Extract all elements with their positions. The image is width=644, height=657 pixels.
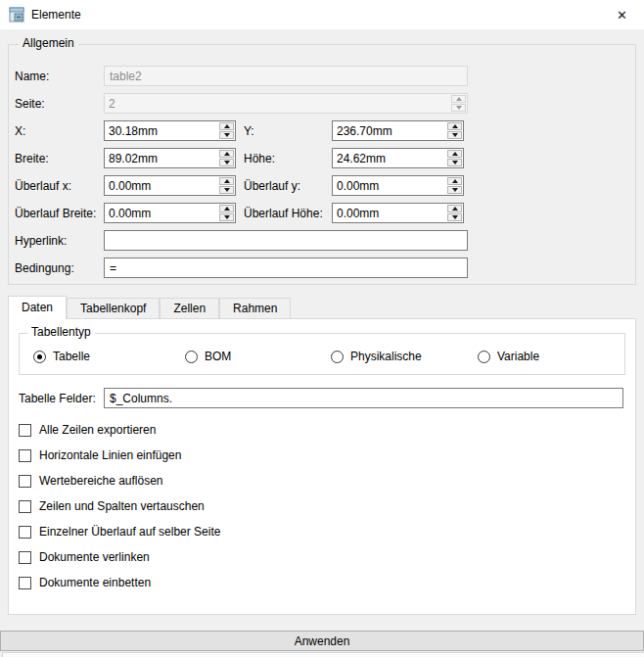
y-input[interactable]: [333, 121, 446, 140]
radio-variable[interactable]: Variable: [478, 350, 539, 363]
tabellentyp-options: Tabelle BOM Physikalische Variable: [33, 350, 624, 363]
x-label: X:: [15, 124, 104, 138]
spin-down-icon[interactable]: [219, 186, 234, 194]
spin-up-icon[interactable]: [219, 205, 234, 212]
spin-down-icon[interactable]: [219, 213, 234, 221]
hoehe-spinner: [332, 148, 464, 168]
spin-down-icon[interactable]: [447, 213, 462, 221]
breite-spinner: [104, 148, 236, 168]
tab-zellen[interactable]: Zellen: [160, 298, 219, 318]
spin-up-icon: [451, 95, 466, 103]
name-row: Name:: [15, 66, 635, 86]
ueberlauf-y-spinner: [332, 175, 464, 196]
ueberlauf-breite-input[interactable]: [105, 204, 218, 222]
breite-label: Breite:: [15, 152, 104, 165]
spin-up-icon[interactable]: [219, 177, 234, 185]
ueberlauf-x-label: Überlauf x:: [15, 179, 104, 193]
radio-icon[interactable]: [185, 351, 198, 363]
hoehe-input[interactable]: [333, 149, 446, 167]
bedingung-label: Bedingung:: [15, 261, 104, 275]
tab-rahmen[interactable]: Rahmen: [219, 298, 291, 318]
seite-spinner: [104, 93, 468, 114]
seite-input: [105, 94, 450, 113]
seite-row: Seite:: [15, 93, 635, 114]
checkbox-icon[interactable]: [19, 577, 31, 589]
spin-up-icon[interactable]: [447, 150, 462, 158]
ueberlauf-y-input[interactable]: [333, 176, 446, 195]
radio-bom[interactable]: BOM: [185, 350, 331, 363]
checkbox-dokumente-verlinken[interactable]: Dokumente verlinken: [19, 544, 635, 570]
x-input[interactable]: [105, 121, 218, 140]
checkbox-icon[interactable]: [19, 551, 31, 564]
name-input: [104, 66, 468, 86]
tabelle-felder-label: Tabelle Felder:: [19, 392, 104, 405]
tabbar: Daten Tabellenkopf Zellen Rahmen: [8, 296, 636, 318]
checkbox-zeilen-spalten-vertauschen[interactable]: Zeilen und Spalten vertauschen: [19, 493, 635, 519]
ueberlauf-breite-spinner: [104, 203, 236, 223]
spin-up-icon[interactable]: [219, 122, 234, 130]
hyperlink-input[interactable]: [104, 230, 468, 251]
ueberlauf-hoehe-label: Überlauf Höhe:: [236, 207, 332, 220]
size-row: Breite: Höhe:: [15, 148, 635, 168]
checkbox-icon[interactable]: [19, 424, 31, 437]
allgemein-legend: Allgemein: [19, 36, 78, 50]
ueberlauf-xy-row: Überlauf x: Überlauf y:: [15, 175, 635, 196]
checkbox-label: Horizontale Linien einfügen: [39, 448, 181, 462]
breite-input[interactable]: [105, 149, 218, 167]
bottom-panel-edge: [2, 652, 644, 657]
tabelle-felder-input[interactable]: [104, 388, 623, 408]
seite-label: Seite:: [15, 97, 104, 111]
spin-down-icon[interactable]: [447, 159, 462, 166]
tab-daten[interactable]: Daten: [8, 296, 67, 319]
ueberlauf-x-spinner: [104, 175, 236, 196]
checkbox-icon[interactable]: [19, 449, 31, 462]
bedingung-input[interactable]: [104, 258, 468, 278]
checkbox-icon[interactable]: [19, 500, 31, 513]
radio-selected-icon[interactable]: [33, 351, 46, 363]
spin-up-icon[interactable]: [219, 150, 234, 158]
close-icon[interactable]: ✕: [600, 0, 644, 29]
checkbox-label: Dokumente einbetten: [39, 576, 151, 589]
spin-down-icon[interactable]: [447, 186, 462, 194]
y-label: Y:: [236, 124, 332, 138]
daten-tab-pane: Tabellentyp Tabelle BOM Physikalische Va…: [8, 318, 636, 615]
spin-up-icon[interactable]: [447, 177, 462, 185]
radio-tabelle-label: Tabelle: [53, 350, 90, 363]
window-title: Elemente: [31, 8, 81, 22]
ueberlauf-x-input[interactable]: [105, 176, 218, 195]
checkbox-wertebereiche-aufloesen[interactable]: Wertebereiche auflösen: [19, 468, 635, 493]
radio-tabelle[interactable]: Tabelle: [33, 350, 185, 363]
xy-row: X: Y:: [15, 120, 635, 141]
radio-physikalische[interactable]: Physikalische: [331, 350, 478, 363]
allgemein-group: Allgemein Name: Seite: X: Y:: [8, 44, 636, 285]
spin-down-icon[interactable]: [219, 159, 234, 166]
spin-up-icon[interactable]: [447, 122, 462, 130]
checkbox-icon[interactable]: [19, 475, 31, 488]
x-spinner: [104, 120, 236, 141]
ueberlauf-hoehe-input[interactable]: [333, 204, 446, 222]
spin-up-icon[interactable]: [447, 205, 462, 212]
checkbox-einzelner-ueberlauf[interactable]: Einzelner Überlauf auf selber Seite: [19, 519, 635, 544]
checkbox-dokumente-einbetten[interactable]: Dokumente einbetten: [19, 570, 635, 595]
checkbox-icon[interactable]: [19, 526, 31, 539]
ueberlauf-y-label: Überlauf y:: [236, 179, 332, 193]
radio-icon[interactable]: [478, 351, 490, 363]
radio-icon[interactable]: [331, 351, 344, 363]
tabellentyp-legend: Tabellentyp: [27, 325, 95, 339]
checkbox-horizontale-linien[interactable]: Horizontale Linien einfügen: [19, 443, 635, 468]
checkbox-alle-zeilen-exportieren[interactable]: Alle Zeilen exportieren: [19, 417, 635, 443]
spin-down-icon[interactable]: [219, 131, 234, 139]
checkbox-label: Alle Zeilen exportieren: [39, 423, 156, 437]
tabellentyp-group: Tabellentyp Tabelle BOM Physikalische Va…: [19, 333, 625, 375]
spin-down-icon: [451, 104, 466, 112]
y-spinner: [332, 120, 464, 141]
checkbox-label: Einzelner Überlauf auf selber Seite: [39, 525, 220, 539]
hyperlink-label: Hyperlink:: [15, 234, 104, 248]
ueberlauf-breite-label: Überlauf Breite:: [15, 207, 104, 220]
anwenden-button[interactable]: Anwenden: [0, 631, 644, 651]
radio-physikalische-label: Physikalische: [350, 350, 422, 363]
spin-down-icon[interactable]: [447, 131, 462, 139]
titlebar: Elemente ✕: [0, 0, 644, 29]
hyperlink-row: Hyperlink:: [15, 230, 635, 251]
tab-tabellenkopf[interactable]: Tabellenkopf: [67, 298, 160, 318]
